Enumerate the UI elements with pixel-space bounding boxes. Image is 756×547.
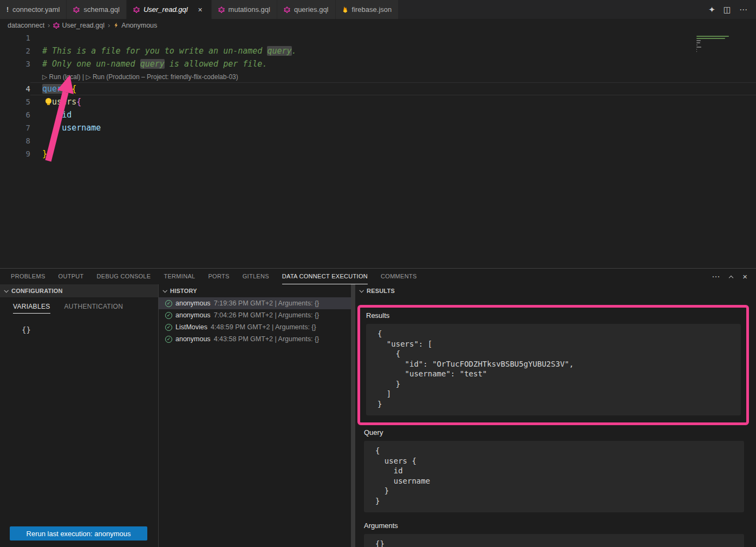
code-token: { <box>76 97 81 107</box>
minimap-line <box>696 49 697 50</box>
rerun-button[interactable]: Rerun last execution: anonymous <box>10 526 147 541</box>
panel-tab-data-connect-execution[interactable]: DATA CONNECT EXECUTION <box>282 269 368 284</box>
codelens-run-local[interactable]: ▷ Run (local) <box>42 73 81 81</box>
history-item[interactable]: ✓ListMovies4:48:59 PM GMT+2 | Arguments:… <box>159 321 351 333</box>
code-box-line: username <box>375 476 738 486</box>
history-section: HISTORY ✓anonymous7:19:36 PM GMT+2 | Arg… <box>159 284 351 547</box>
result-section-query: Query{ users { id username }} <box>361 428 744 512</box>
scrollbar[interactable] <box>351 284 355 547</box>
configuration-section: CONFIGURATION VARIABLES AUTHENTICATION {… <box>0 284 159 547</box>
editor-tab-user-read-gql[interactable]: User_read.gql× <box>127 0 212 19</box>
minimap-line <box>696 42 700 43</box>
minimap-line <box>696 51 697 52</box>
configuration-header[interactable]: CONFIGURATION <box>0 284 158 297</box>
code-box-line: } <box>377 399 734 409</box>
code-line: 3# Only one un-named query is allowed pe… <box>0 57 756 70</box>
close-icon[interactable]: × <box>196 5 205 14</box>
code-line-content: # This is a file for you to write an un-… <box>30 44 756 57</box>
code-box-results[interactable]: { "users": [ { "id": "OrTucFODZHTksvBSBU… <box>366 324 741 415</box>
code-token: query <box>42 84 67 94</box>
tab-label: queries.gql <box>294 5 329 14</box>
breadcrumb-item-anonymous[interactable]: Anonymous <box>113 22 157 29</box>
panel-close-icon[interactable]: × <box>742 272 747 281</box>
check-circle-icon: ✓ <box>165 336 172 343</box>
code-token: | <box>81 73 86 81</box>
panel-tab-output[interactable]: OUTPUT <box>58 269 84 284</box>
history-item-details: 4:48:59 PM GMT+2 | Arguments: {} <box>211 323 316 331</box>
panel-tab-debug-console[interactable]: DEBUG CONSOLE <box>97 269 151 284</box>
editor-tab-firebase-json[interactable]: firebase.json <box>336 0 399 19</box>
panel-tab-gitlens[interactable]: GITLENS <box>243 269 269 284</box>
panel-tab-bar: PROBLEMSOUTPUTDEBUG CONSOLETERMINALPORTS… <box>0 269 756 284</box>
code-token: query <box>140 59 165 69</box>
check-circle-icon: ✓ <box>165 324 172 331</box>
history-header-label: HISTORY <box>170 288 197 294</box>
code-area: 12# This is a file for you to write an u… <box>0 31 756 160</box>
panel-tab-problems[interactable]: PROBLEMS <box>11 269 45 284</box>
code-token <box>67 84 71 94</box>
code-box-line: "users": [ <box>377 339 734 349</box>
editor-tab-connector-yaml[interactable]: !connector.yaml <box>0 0 67 19</box>
panel-tab-ports[interactable]: PORTS <box>208 269 229 284</box>
history-item[interactable]: ✓anonymous4:43:58 PM GMT+2 | Arguments: … <box>159 333 351 345</box>
chevron-down-icon <box>162 288 167 292</box>
code-token: is allowed per file. <box>165 59 268 69</box>
code-line: 1 <box>0 31 756 44</box>
panel-maximize-icon[interactable] <box>729 272 733 281</box>
code-token <box>42 110 62 120</box>
tab-label: User_read.gql <box>144 5 188 14</box>
panel-tab-comments[interactable]: COMMENTS <box>381 269 417 284</box>
code-box-arguments[interactable]: {} <box>364 534 744 547</box>
code-token: . <box>292 46 297 56</box>
breadcrumb-item-user-read-gql[interactable]: User_read.gql <box>53 22 105 29</box>
code-line: 9} <box>0 147 756 160</box>
code-editor[interactable]: 12# This is a file for you to write an u… <box>0 31 756 268</box>
section-title: Query <box>364 428 744 437</box>
graphql-icon <box>53 22 60 29</box>
graphql-icon <box>284 6 290 13</box>
minimap[interactable] <box>694 32 751 52</box>
code-box-line: id <box>375 466 738 476</box>
panel-more-icon[interactable]: ⋯ <box>712 272 720 282</box>
lightbulb-icon[interactable] <box>45 98 51 104</box>
configuration-header-label: CONFIGURATION <box>11 288 63 294</box>
more-icon[interactable]: ⋯ <box>739 5 747 15</box>
history-list: ✓anonymous7:19:36 PM GMT+2 | Arguments: … <box>159 297 351 345</box>
tab-label: schema.gql <box>83 5 119 14</box>
history-item-details: 7:19:36 PM GMT+2 | Arguments: {} <box>214 299 320 307</box>
split-editor-icon[interactable]: ◫ <box>724 5 731 15</box>
breadcrumb-item-dataconnect[interactable]: dataconnect <box>8 22 44 29</box>
history-header[interactable]: HISTORY <box>159 284 351 297</box>
code-box-line: { <box>377 329 734 339</box>
results-header-label: RESULTS <box>367 288 395 294</box>
line-number: 4 <box>0 82 30 95</box>
section-title: Results <box>366 311 741 320</box>
history-item[interactable]: ✓anonymous7:04:26 PM GMT+2 | Arguments: … <box>159 309 351 321</box>
code-box-line: {} <box>375 539 738 547</box>
code-line-content: username <box>30 121 756 134</box>
tab-variables[interactable]: VARIABLES <box>13 303 50 314</box>
panel-tab-terminal[interactable]: TERMINAL <box>164 269 195 284</box>
code-token: } <box>52 136 57 146</box>
editor-tab-queries-gql[interactable]: queries.gql <box>277 0 336 19</box>
variables-value[interactable]: {} <box>22 325 31 334</box>
code-box-query[interactable]: { users { id username }} <box>364 441 744 512</box>
editor-tab-schema-gql[interactable]: schema.gql <box>67 0 126 19</box>
breadcrumb-label: dataconnect <box>8 22 44 29</box>
code-box-line: { <box>375 446 738 456</box>
tab-authentication[interactable]: AUTHENTICATION <box>64 303 123 314</box>
graphql-icon <box>73 6 80 13</box>
code-line: 5 users{ <box>0 95 756 108</box>
panel-actions: ⋯× <box>712 269 756 284</box>
copilot-icon[interactable]: ✦ <box>708 5 715 15</box>
code-token: # This is a file for you to write an un-… <box>42 46 267 56</box>
results-header[interactable]: RESULTS <box>355 284 756 297</box>
bottom-panel: PROBLEMSOUTPUTDEBUG CONSOLETERMINALPORTS… <box>0 268 756 547</box>
minimap-line <box>696 36 729 37</box>
codelens-run-production[interactable]: ▷ Run (Production – Project: friendly-fl… <box>86 73 238 81</box>
code-line-content <box>30 31 756 44</box>
editor-tab-mutations-gql[interactable]: mutations.gql <box>212 0 277 19</box>
editor-tabs: !connector.yamlschema.gqlUser_read.gql×m… <box>0 0 399 19</box>
line-number: 6 <box>0 108 30 121</box>
history-item[interactable]: ✓anonymous7:19:36 PM GMT+2 | Arguments: … <box>159 297 351 309</box>
